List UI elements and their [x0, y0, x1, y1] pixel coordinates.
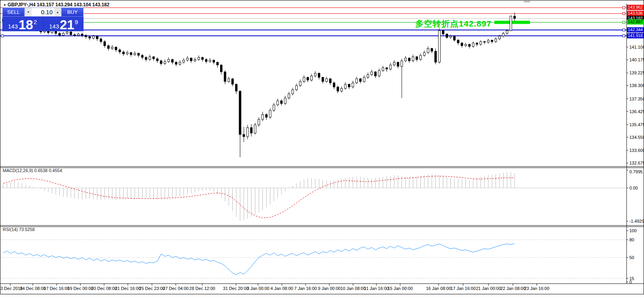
price-label-141.918: 141.918 [627, 33, 644, 38]
svg-text:20 Dec 08:00: 20 Dec 08:00 [91, 286, 117, 291]
symbol-direction-icon: ▲ [3, 3, 6, 6]
svg-text:138.300: 138.300 [629, 83, 644, 88]
svg-text:7 Jan 16:00: 7 Jan 16:00 [294, 286, 317, 291]
price-label-143.536: 143.536 [627, 11, 644, 16]
svg-text:0.00: 0.00 [629, 186, 638, 190]
macd-histogram [3, 172, 515, 221]
svg-text:21 Jan 00:00: 21 Jan 00:00 [476, 286, 501, 291]
svg-text:14 Dec 08:00: 14 Dec 08:00 [20, 286, 46, 291]
svg-text:31 Dec 20:00: 31 Dec 20:00 [223, 286, 249, 291]
svg-text:0.7995: 0.7995 [629, 169, 643, 174]
svg-text:132.675: 132.675 [629, 161, 644, 165]
svg-text:23 Jan 16:00: 23 Jan 16:00 [524, 286, 549, 291]
horizontal-line-objects[interactable] [0, 6, 627, 37]
svg-text:27 Dec 04:00: 27 Dec 04:00 [163, 286, 188, 291]
svg-text:3 Jan 00:00: 3 Jan 00:00 [247, 286, 270, 291]
svg-text:137.350: 137.350 [629, 97, 644, 101]
price-chart[interactable]: 142.950142.025141.100140.175139.225138.3… [0, 0, 644, 293]
symbol-ohlc-text: GBPJPY-,H4 143.157 143.294 143.104 143.1… [8, 2, 110, 8]
svg-text:135.475: 135.475 [629, 122, 644, 127]
price-label-143.962: 143.962 [627, 5, 644, 10]
svg-text:141.100: 141.100 [629, 45, 644, 49]
svg-text:25 Dec 23:00: 25 Dec 23:00 [139, 286, 165, 291]
svg-text:133.600: 133.600 [629, 148, 644, 153]
svg-text:136.425: 136.425 [629, 109, 644, 114]
svg-text:139.225: 139.225 [629, 70, 644, 75]
rsi-line [3, 244, 515, 275]
svg-text:17 Dec 16:00: 17 Dec 16:00 [44, 286, 69, 291]
svg-text:11 Jan 16:00: 11 Jan 16:00 [364, 286, 389, 291]
buy-price-sup: 9 [75, 19, 78, 25]
svg-text:-1.4929: -1.4929 [629, 219, 644, 224]
volume-stepper: ▼ 0.10 ▲ [25, 8, 61, 17]
trading-platform-window: 单 自动交易 ▼ ▼ ▼ E F A T ▼ M1M5M15M30H1H4D1W [0, 0, 644, 305]
svg-text:0: 0 [629, 280, 632, 284]
scroll-position-marker[interactable] [524, 1, 530, 2]
volume-decrease-button[interactable]: ▼ [25, 8, 32, 16]
sell-price-big: 18 [19, 19, 33, 31]
volume-increase-button[interactable]: ▲ [54, 8, 61, 16]
svg-text:28 Dec 12:00: 28 Dec 12:00 [189, 286, 215, 291]
macd-indicator-label: MACD(12,26,9) 0.6538 0.4554 [3, 168, 62, 173]
rsi-indicator-label: RSI(14) 73.5258 [3, 227, 35, 232]
symbol-header: ▲GBPJPY-,H4 143.157 143.294 143.104 143.… [3, 2, 109, 8]
sell-price-sup: 2 [34, 19, 37, 25]
svg-text:21 Dec 16:00: 21 Dec 16:00 [115, 286, 141, 291]
svg-text:22 Jan 08:00: 22 Jan 08:00 [500, 286, 526, 291]
svg-text:100: 100 [629, 228, 636, 233]
buy-button[interactable]: BUY [61, 8, 84, 17]
svg-text:15 Jan 00:00: 15 Jan 00:00 [388, 286, 413, 291]
svg-text:10 Jan 08:00: 10 Jan 08:00 [340, 286, 366, 291]
svg-text:13 Dec 2018: 13 Dec 2018 [0, 286, 23, 291]
chart-window[interactable]: 142.950142.025141.100140.175139.225138.3… [0, 0, 644, 294]
svg-text:16 Jan 08:00: 16 Jan 08:00 [426, 286, 451, 291]
buy-price-prefix: 143 [49, 23, 59, 30]
time-scale[interactable]: 13 Dec 201814 Dec 08:0017 Dec 16:0019 De… [0, 284, 549, 291]
svg-text:50: 50 [629, 255, 634, 260]
svg-text:4 Jan 08:00: 4 Jan 08:00 [270, 286, 293, 291]
sell-price-display[interactable]: 143182 [2, 17, 42, 31]
sell-price-prefix: 143 [8, 23, 18, 30]
price-scale[interactable]: 142.950142.025141.100140.175139.225138.3… [627, 19, 644, 284]
pivot-highlight-bar[interactable] [494, 21, 530, 24]
price-label-142.344: 142.344 [627, 27, 644, 32]
buy-price-display[interactable]: 143219 [44, 17, 84, 31]
svg-text:9 Jan 00:00: 9 Jan 00:00 [318, 286, 341, 291]
svg-text:17 Jan 16:00: 17 Jan 16:00 [450, 286, 476, 291]
candlestick-series [2, 13, 516, 157]
price-label-142.897: 142.897 [627, 19, 644, 25]
buy-price-big: 21 [60, 19, 74, 31]
svg-text:19 Dec 00:00: 19 Dec 00:00 [67, 286, 93, 291]
pivot-annotation-text: 多空转折点142.897 [415, 18, 492, 29]
volume-input[interactable]: 0.10 [32, 8, 54, 16]
sell-button[interactable]: SELL [2, 8, 25, 17]
svg-text:140.175: 140.175 [629, 57, 644, 62]
one-click-trading-panel: SELL ▼ 0.10 ▲ BUY 143182 143219 [2, 8, 84, 31]
svg-text:134.550: 134.550 [629, 135, 644, 140]
svg-text:80: 80 [629, 237, 634, 242]
